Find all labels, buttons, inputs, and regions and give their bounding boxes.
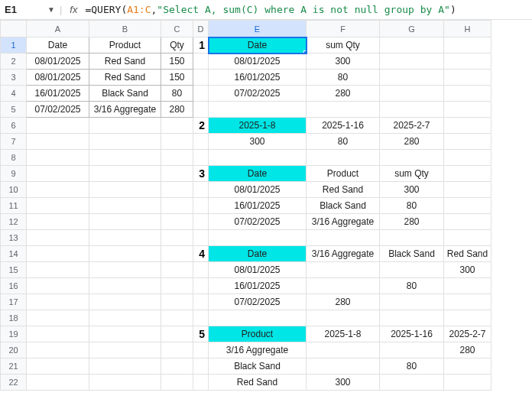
cell[interactable]: 2025-1-16 [307, 118, 380, 134]
cell[interactable]: 2025-1-8 [209, 118, 307, 134]
cell[interactable]: Black Sand [89, 86, 161, 102]
cell[interactable] [380, 294, 444, 310]
cell[interactable]: Red Sand [307, 182, 380, 198]
row-header[interactable]: 9 [1, 166, 27, 182]
cell[interactable] [209, 102, 307, 118]
col-header-F[interactable]: F [307, 21, 380, 37]
cell[interactable] [380, 310, 444, 326]
cell[interactable] [89, 134, 161, 150]
cell[interactable] [380, 230, 444, 246]
spreadsheet-grid[interactable]: A B C D E F G H 1 Date Product Qty 1 Dat… [0, 20, 532, 391]
col-header-A[interactable]: A [27, 21, 89, 37]
cell[interactable]: 300 [380, 182, 444, 198]
cell[interactable]: 80 [307, 134, 380, 150]
cell[interactable] [161, 262, 193, 278]
cell[interactable] [161, 310, 193, 326]
cell[interactable] [193, 230, 209, 246]
row-header[interactable]: 22 [1, 375, 27, 391]
cell[interactable] [89, 342, 161, 358]
cell[interactable] [193, 182, 209, 198]
cell[interactable] [161, 326, 193, 342]
cell[interactable] [27, 150, 89, 166]
row-header[interactable]: 16 [1, 278, 27, 294]
cell[interactable]: 16/01/2025 [209, 70, 307, 86]
fx-icon[interactable]: fx [66, 4, 80, 15]
cell[interactable]: Red Sand [209, 375, 307, 391]
cell[interactable] [307, 310, 380, 326]
row-header[interactable]: 7 [1, 134, 27, 150]
cell[interactable] [444, 54, 491, 70]
cell[interactable]: 300 [307, 375, 380, 391]
cell[interactable]: Qty [161, 37, 193, 54]
cell[interactable]: 3/16 Aggregate [307, 214, 380, 230]
cell[interactable] [27, 230, 89, 246]
cell[interactable] [307, 278, 380, 294]
row-header[interactable]: 20 [1, 342, 27, 358]
cell[interactable] [89, 358, 161, 375]
cell[interactable] [161, 198, 193, 214]
cell[interactable] [307, 358, 380, 375]
cell[interactable] [161, 358, 193, 375]
cell[interactable] [444, 198, 491, 214]
cell[interactable]: 3/16 Aggregate [209, 342, 307, 358]
cell[interactable] [27, 134, 89, 150]
cell[interactable] [161, 118, 193, 134]
cell[interactable] [444, 294, 491, 310]
cell[interactable] [27, 278, 89, 294]
cell[interactable] [89, 262, 161, 278]
cell[interactable]: Black Sand [209, 358, 307, 375]
cell[interactable]: 280 [380, 214, 444, 230]
cell[interactable]: 2025-1-16 [380, 326, 444, 342]
cell[interactable] [209, 310, 307, 326]
col-header-C[interactable]: C [161, 21, 193, 37]
cell[interactable]: Black Sand [307, 198, 380, 214]
cell[interactable]: Product [307, 166, 380, 182]
cell[interactable] [161, 150, 193, 166]
cell[interactable]: 2025-2-7 [444, 326, 491, 342]
cell[interactable]: 300 [444, 262, 491, 278]
selection-handle[interactable] [303, 50, 307, 54]
cell[interactable] [89, 118, 161, 134]
row-header[interactable]: 5 [1, 102, 27, 118]
cell[interactable] [193, 358, 209, 375]
cell[interactable] [161, 246, 193, 262]
cell[interactable] [380, 70, 444, 86]
cell[interactable] [89, 230, 161, 246]
cell[interactable]: Red Sand [89, 54, 161, 70]
cell[interactable] [444, 358, 491, 375]
col-header-D[interactable]: D [193, 21, 209, 37]
cell[interactable]: Red Sand [89, 70, 161, 86]
cell[interactable] [444, 166, 491, 182]
cell[interactable] [307, 150, 380, 166]
cell[interactable]: 80 [380, 278, 444, 294]
col-header-B[interactable]: B [89, 21, 161, 37]
cell[interactable] [307, 262, 380, 278]
cell[interactable] [193, 375, 209, 391]
row-header[interactable]: 18 [1, 310, 27, 326]
cell-reference[interactable]: E1 [5, 4, 43, 15]
row-header[interactable]: 21 [1, 358, 27, 375]
row-header[interactable]: 8 [1, 150, 27, 166]
cell[interactable]: sum Qty [307, 37, 380, 54]
cell[interactable]: 3/16 Aggregate [89, 102, 161, 118]
cell[interactable]: Date [209, 166, 307, 182]
cell[interactable] [209, 230, 307, 246]
cell[interactable] [193, 294, 209, 310]
row-header[interactable]: 11 [1, 198, 27, 214]
row-header[interactable]: 6 [1, 118, 27, 134]
row-header[interactable]: 14 [1, 246, 27, 262]
cell[interactable] [161, 375, 193, 391]
cell[interactable]: 300 [307, 54, 380, 70]
cell[interactable]: 80 [380, 358, 444, 375]
cell[interactable] [161, 182, 193, 198]
cell[interactable]: 280 [161, 102, 193, 118]
cell[interactable] [444, 182, 491, 198]
cell[interactable] [193, 262, 209, 278]
cell[interactable] [444, 310, 491, 326]
cell[interactable] [27, 166, 89, 182]
row-header[interactable]: 17 [1, 294, 27, 310]
cell[interactable] [27, 294, 89, 310]
col-header-G[interactable]: G [380, 21, 444, 37]
corner-cell[interactable] [1, 21, 27, 37]
cell[interactable] [89, 278, 161, 294]
